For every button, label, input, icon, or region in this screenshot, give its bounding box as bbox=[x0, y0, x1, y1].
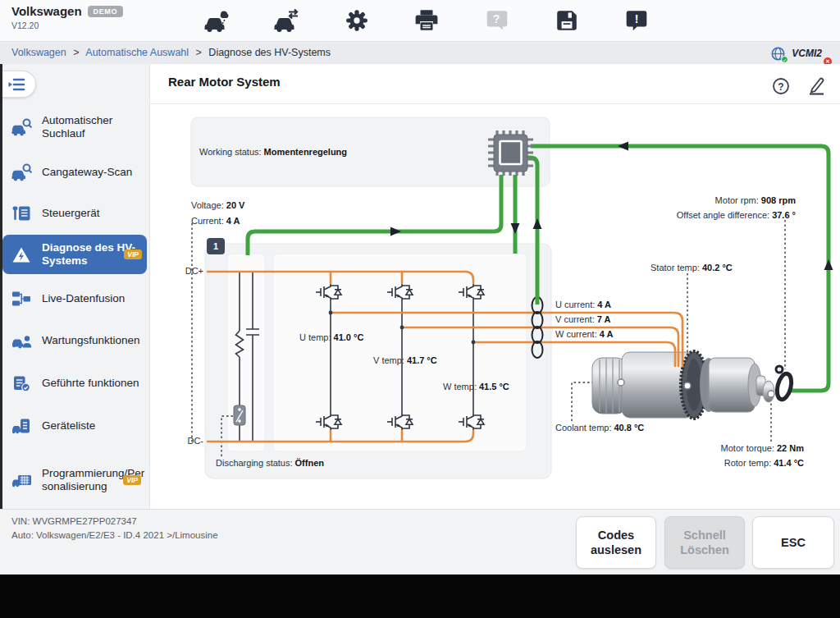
settings-gear-icon[interactable] bbox=[343, 7, 371, 34]
remote-diagnose-icon[interactable] bbox=[203, 7, 231, 34]
vcmi-device-label: VCMI2✕ bbox=[792, 43, 830, 65]
u-temp-label: U temp:41.0 °C bbox=[299, 332, 363, 342]
vin-info: VIN: WVGRMPE27PP027347 bbox=[11, 516, 137, 526]
coolant-temp-label: Coolant temp:40.8 °C bbox=[555, 423, 644, 433]
breadcrumb-separator: > bbox=[73, 47, 79, 58]
breadcrumb-separator: > bbox=[196, 47, 202, 58]
hv-warning-icon bbox=[9, 246, 34, 263]
v-current-label: V current:7 A bbox=[555, 314, 610, 324]
sidebar-item-live-datenfusion[interactable]: Live-Datenfusion bbox=[9, 287, 146, 310]
svg-text:?: ? bbox=[492, 12, 500, 25]
device-list-icon bbox=[9, 418, 34, 435]
page-title: Rear Motor System bbox=[168, 75, 281, 89]
collapse-menu-icon bbox=[7, 76, 29, 94]
connection-status[interactable]: ✓ VCMI2✕ bbox=[771, 42, 830, 65]
rotor-temp-label: Rotor temp:41.4 °C bbox=[599, 458, 804, 468]
sidebar-item-gefuehrte-funktionen[interactable]: Geführte funktionen bbox=[9, 364, 146, 402]
feedback-icon[interactable]: ! bbox=[623, 7, 651, 34]
sidebar-item-wartungsfunktionen[interactable]: Wartungsfunktionen bbox=[9, 322, 146, 359]
breadcrumb-link-auto-auswahl[interactable]: Automatische Auswahl bbox=[85, 47, 189, 58]
sidebar-item-steuergeraet[interactable]: Steuergerät bbox=[9, 202, 146, 225]
sidebar-item-automatischer-suchlauf[interactable]: Automatischer Suchlauf bbox=[9, 107, 146, 148]
help-circle-icon[interactable]: ? bbox=[771, 76, 791, 96]
breadcrumb: Volkswagen > Automatische Auswahl > Diag… bbox=[11, 42, 331, 64]
save-report-icon[interactable] bbox=[553, 7, 581, 34]
car-service-person-icon bbox=[9, 332, 34, 349]
vip-badge: VIP bbox=[123, 475, 141, 485]
v-temp-label: V temp:41.7 °C bbox=[373, 355, 437, 365]
offset-angle-label: Offset angle difference:37.6 ° bbox=[574, 210, 796, 220]
screen: Volkswagen DEMO V12.20 bbox=[0, 0, 840, 618]
globe-icon: ✓ bbox=[771, 47, 785, 61]
printer-icon[interactable] bbox=[413, 7, 441, 34]
w-current-label: W current:4 A bbox=[555, 329, 613, 339]
breadcrumb-bar: Volkswagen > Automatische Auswahl > Diag… bbox=[0, 41, 840, 64]
guided-functions-icon bbox=[9, 375, 34, 392]
read-codes-button[interactable]: Codes auslesen bbox=[576, 516, 656, 569]
motor-rpm-label: Motor rpm:908 rpm bbox=[574, 195, 796, 205]
sidebar: Automatischer Suchlauf Cangateway-Scan bbox=[2, 64, 150, 509]
dc-plus-label: DC+ bbox=[162, 266, 203, 276]
sidebar-collapse-button[interactable] bbox=[2, 71, 36, 98]
app-version: V12.20 bbox=[11, 21, 123, 30]
control-unit-icon bbox=[9, 205, 34, 222]
vehicle-info: Auto: Volkswagen/E2/E3 - ID.4 2021 >/Lim… bbox=[11, 530, 218, 540]
sidebar-item-diagnose-hv-systems[interactable]: Diagnose des HV-Systems VIP bbox=[2, 235, 147, 274]
globe-status-ok-icon: ✓ bbox=[781, 56, 788, 63]
brand-block: Volkswagen DEMO V12.20 bbox=[11, 4, 123, 30]
vip-badge: VIP bbox=[124, 249, 142, 259]
stator-temp-label: Stator temp:40.2 °C bbox=[651, 263, 733, 272]
breadcrumb-current: Diagnose des HV-Systems bbox=[208, 47, 331, 58]
breadcrumb-link-volkswagen[interactable]: Volkswagen bbox=[11, 47, 66, 58]
edit-pencil-icon[interactable] bbox=[806, 76, 826, 96]
programming-icon bbox=[9, 472, 34, 488]
topbar-icon-row: ? ! bbox=[203, 7, 651, 34]
sidebar-item-programmierung-personalisierung[interactable]: Programmierung/Personalisierung VIP bbox=[9, 448, 146, 509]
topbar: Volkswagen DEMO V12.20 bbox=[0, 0, 840, 41]
demo-badge: DEMO bbox=[88, 6, 123, 17]
help-icon[interactable]: ? bbox=[483, 7, 511, 34]
main-panel: Rear Motor System ? bbox=[150, 64, 840, 509]
resolver-ring-icon bbox=[774, 366, 793, 401]
inverter-module-badge: 1 bbox=[207, 238, 225, 254]
vehicle-exchange-icon[interactable] bbox=[273, 7, 301, 34]
car-search-icon bbox=[9, 118, 34, 136]
esc-button[interactable]: ESC bbox=[752, 516, 834, 569]
sidebar-item-cangateway-scan[interactable]: Cangateway-Scan bbox=[9, 161, 146, 184]
current-label: Current:4 A bbox=[191, 216, 240, 226]
working-status-label: Working status:Momentenregelung bbox=[199, 147, 347, 157]
car-search-icon bbox=[9, 163, 34, 181]
svg-text:?: ? bbox=[778, 81, 783, 93]
sidebar-item-geraeteliste[interactable]: Geräteliste bbox=[9, 414, 146, 437]
statusbar: VIN: WVGRMPE27PP027347 Auto: Volkswagen/… bbox=[0, 509, 840, 575]
svg-text:!: ! bbox=[635, 12, 639, 25]
u-current-label: U current:4 A bbox=[555, 300, 611, 309]
brand-title: Volkswagen bbox=[11, 4, 82, 18]
motor-torque-label: Motor torque:22 Nm bbox=[599, 443, 804, 453]
w-temp-label: W temp:41.5 °C bbox=[443, 382, 509, 391]
voltage-label: Voltage:20 V bbox=[191, 200, 244, 210]
discharging-status-label: Discharging status:Öffnen bbox=[216, 458, 324, 468]
data-fusion-icon bbox=[9, 291, 34, 307]
control-chip-icon bbox=[488, 130, 533, 176]
dc-minus-label: DC- bbox=[162, 436, 203, 446]
quick-erase-button[interactable]: Schnell Löschen bbox=[664, 516, 745, 569]
hv-system-diagram: 1 Working status:Momentenregelung Voltag… bbox=[150, 103, 840, 509]
